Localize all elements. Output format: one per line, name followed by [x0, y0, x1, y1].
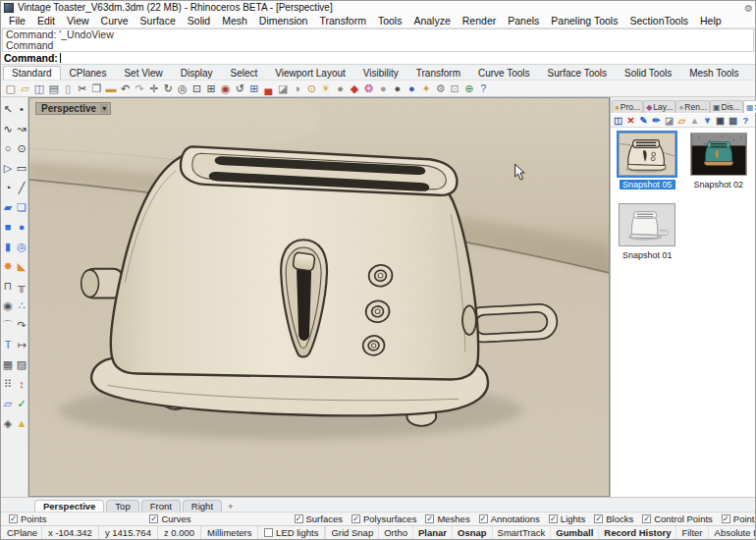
- array-icon[interactable]: ⠿: [1, 374, 15, 394]
- print-icon[interactable]: ▤: [47, 81, 61, 96]
- extrude-icon[interactable]: ⊓: [1, 276, 15, 296]
- toolbar-tab[interactable]: Transform: [407, 66, 469, 80]
- menu-item[interactable]: Solid: [182, 15, 216, 27]
- zoom-window-icon[interactable]: ⊡: [190, 81, 204, 96]
- cut-icon[interactable]: ✂: [76, 81, 89, 96]
- lock-icon[interactable]: ●: [334, 81, 348, 96]
- line-icon[interactable]: ╱: [15, 178, 28, 197]
- checkbox-icon[interactable]: [594, 514, 603, 523]
- menu-item[interactable]: Transform: [313, 15, 371, 27]
- hatch-icon[interactable]: ▨: [15, 354, 28, 374]
- lightbulb-icon[interactable]: ☀: [319, 81, 333, 96]
- menu-item[interactable]: Dimension: [253, 15, 314, 27]
- command-history[interactable]: Command: '_UndoView Command: [2, 28, 754, 52]
- boolean-union-icon[interactable]: ✸: [1, 256, 15, 276]
- block-icon[interactable]: ▦: [1, 354, 15, 374]
- status-toggle[interactable]: Planar: [412, 526, 452, 539]
- filter-toggle[interactable]: Annotations: [479, 513, 540, 524]
- thumbnail-view-icon[interactable]: ▦: [728, 114, 738, 127]
- status-toggle[interactable]: SmartTrack: [492, 526, 551, 539]
- circle-icon[interactable]: ○: [1, 138, 15, 158]
- save-icon[interactable]: ◫: [32, 81, 46, 96]
- status-toggle[interactable]: Gumball: [550, 526, 598, 539]
- viewport-tab[interactable]: Right: [183, 500, 222, 512]
- plane-icon[interactable]: ▱: [1, 394, 15, 413]
- menu-item[interactable]: File: [3, 15, 31, 27]
- surface-icon[interactable]: ▰: [1, 197, 15, 217]
- material-earth-icon[interactable]: ⊕: [462, 81, 476, 96]
- status-toggle[interactable]: Ortho: [378, 526, 412, 539]
- cone-icon[interactable]: ▲: [15, 413, 28, 433]
- menu-item[interactable]: Render: [457, 15, 502, 27]
- toolbar-tab[interactable]: Render Tools: [748, 66, 756, 80]
- sphere-icon[interactable]: ●: [15, 217, 28, 237]
- snapshot-import-icon[interactable]: ▱: [676, 114, 687, 127]
- text-icon[interactable]: T: [1, 335, 15, 354]
- menu-item[interactable]: View: [61, 15, 95, 27]
- undo-view-icon[interactable]: ↺: [234, 81, 247, 96]
- active-layer[interactable]: LED lights: [258, 526, 325, 539]
- select-arrow-icon[interactable]: ↖: [1, 99, 15, 119]
- toolbar-tab[interactable]: Select: [222, 66, 267, 80]
- checkbox-icon[interactable]: [722, 514, 730, 523]
- checkbox-icon[interactable]: [149, 514, 158, 523]
- paste-icon[interactable]: ▬: [104, 81, 118, 96]
- move-up-icon[interactable]: ▲: [689, 114, 700, 127]
- render-sphere-icon[interactable]: ●: [376, 81, 390, 96]
- panel-tab-display[interactable]: ▣ Dis...: [710, 100, 743, 113]
- display-mode-icon[interactable]: ▣: [715, 114, 726, 127]
- checkbox-icon[interactable]: [549, 514, 558, 523]
- menu-item[interactable]: Mesh: [216, 15, 253, 27]
- redo-icon[interactable]: ↷: [133, 81, 146, 96]
- filter-toggle[interactable]: Surfaces: [295, 513, 344, 524]
- menu-item[interactable]: Tools: [372, 15, 408, 27]
- pan-view-icon[interactable]: ✛: [147, 81, 161, 96]
- snapshot-delete-icon[interactable]: ✕: [625, 114, 636, 127]
- point-cloud-icon[interactable]: ∴: [15, 296, 28, 315]
- menu-item[interactable]: Paneling Tools: [545, 15, 623, 27]
- shaded-display-icon[interactable]: ◆: [348, 81, 361, 96]
- selection-filter-icon[interactable]: ⊡: [448, 81, 461, 96]
- viewport-tab[interactable]: +: [224, 501, 238, 512]
- cylinder-icon[interactable]: ▮: [1, 237, 15, 256]
- check-icon[interactable]: ✓: [15, 394, 28, 413]
- torus-icon[interactable]: ◎: [15, 237, 28, 256]
- menu-item[interactable]: Surface: [135, 15, 182, 27]
- viewport-layout-icon[interactable]: ⊞: [247, 81, 261, 96]
- snapshot-thumbnail[interactable]: [690, 133, 747, 176]
- panel-tab-snapshots[interactable]: ▦ Sna...: [743, 100, 756, 113]
- circle-center-icon[interactable]: ⊙: [15, 138, 28, 158]
- toolbar-tab[interactable]: Surface Tools: [539, 66, 616, 80]
- snapshot-restore-icon[interactable]: ✎: [638, 114, 649, 127]
- filter-toggle[interactable]: Blocks: [594, 513, 633, 524]
- zoom-extents-icon[interactable]: ⊞: [204, 81, 218, 96]
- move-down-icon[interactable]: ▼: [702, 114, 713, 127]
- toolbar-tab[interactable]: Viewport Layout: [266, 66, 354, 80]
- surface-corner-icon[interactable]: ❏: [15, 197, 28, 217]
- viewport-tab[interactable]: Front: [141, 500, 181, 512]
- curve-icon[interactable]: ∿: [1, 119, 15, 138]
- panel-options-gear-icon[interactable]: ⚙: [744, 3, 753, 14]
- box-icon[interactable]: ■: [1, 217, 15, 237]
- filter-toggle[interactable]: Curves: [149, 513, 190, 524]
- render-sphere-dark-icon[interactable]: ●: [391, 81, 405, 96]
- move-icon[interactable]: ▄: [262, 81, 276, 96]
- perspective-viewport[interactable]: Perspective ▾: [28, 97, 610, 497]
- menu-item[interactable]: Curve: [95, 15, 135, 27]
- checkbox-icon[interactable]: [9, 514, 18, 523]
- decal-icon[interactable]: ✦: [419, 81, 433, 96]
- cplane-selector[interactable]: CPlane: [1, 526, 42, 539]
- toolbar-tab[interactable]: Set View: [115, 66, 171, 80]
- menu-item[interactable]: SectionTools: [623, 15, 694, 27]
- snapshot-animate-icon[interactable]: ◪: [664, 114, 675, 127]
- viewport-tab[interactable]: Perspective: [34, 500, 104, 512]
- snapshot-thumbnail[interactable]: [619, 133, 675, 176]
- zoom-dynamic-icon[interactable]: ◎: [176, 81, 189, 96]
- hide-objects-icon[interactable]: ◪: [276, 81, 290, 96]
- polygon-icon[interactable]: ▷: [1, 158, 15, 178]
- scale-icon[interactable]: ↕: [15, 374, 28, 394]
- snapshot-save-icon[interactable]: ◫: [613, 114, 623, 127]
- render-sphere-blue-icon[interactable]: ●: [405, 81, 419, 96]
- drape-icon[interactable]: ◉: [1, 296, 15, 315]
- open-folder-icon[interactable]: ▱: [19, 81, 32, 96]
